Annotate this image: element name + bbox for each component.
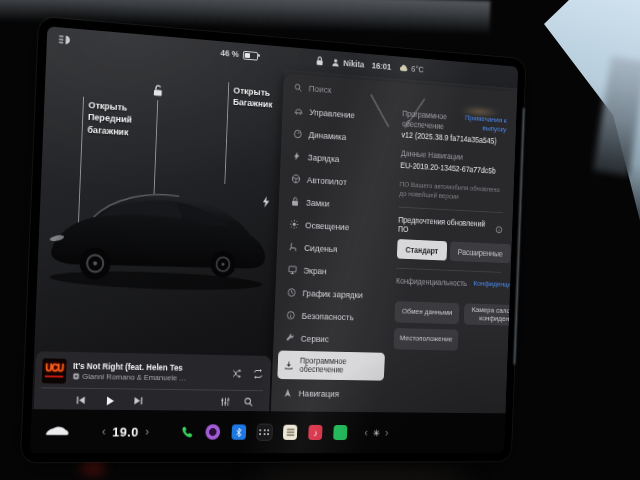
weather: 6°C [399, 63, 424, 74]
download-icon [284, 360, 294, 371]
media-player: UCU It's Not Right (feat. Helen Tes Gian… [34, 351, 271, 411]
track-artist: Gianni Romano & Emanuele … [82, 372, 187, 382]
interior-shadow [250, 460, 470, 480]
battery-percent: 46 % [220, 48, 239, 59]
keypad-app-icon[interactable] [258, 425, 273, 440]
media-search-icon[interactable] [243, 397, 253, 408]
fan-right-chevron[interactable]: › [385, 427, 389, 438]
temp-up-chevron[interactable]: › [145, 426, 149, 438]
display-icon [288, 264, 298, 275]
fan-left-chevron[interactable]: ‹ [364, 427, 368, 438]
cabin-temp[interactable]: 19.0 [112, 424, 139, 439]
music-app-icon[interactable]: ♪ [308, 425, 322, 440]
update-pref-advanced-button[interactable]: Расширенные [449, 242, 511, 264]
cabin-camera-button[interactable]: Камера салона и конфиденц. [464, 303, 518, 326]
podcasts-app-icon[interactable] [206, 424, 221, 439]
data-sharing-button[interactable]: Обмен данными [394, 301, 459, 324]
settings-sidebar: Управление Динамика Зарядка [271, 96, 396, 405]
sun-icon [289, 218, 299, 229]
privacy-section-label: Конфиденциальность [396, 276, 467, 288]
lock-icon[interactable] [316, 56, 324, 66]
software-section-label: Программное обеспечение [402, 109, 458, 133]
lock-icon [290, 196, 300, 207]
wrench-icon [285, 332, 295, 343]
repeat-icon[interactable] [253, 368, 264, 380]
sidebar-item-navigation[interactable]: Навигация [276, 381, 385, 405]
launcher-bar: ‹ 19.0 › [30, 409, 505, 453]
update-pref-standard-button[interactable]: Стандарт [397, 239, 447, 261]
divider [396, 268, 501, 273]
search-placeholder: Поиск [308, 83, 331, 95]
divider [399, 207, 503, 213]
seat-icon [288, 241, 298, 252]
privacy-link[interactable]: Конфиденциальность данных [473, 279, 517, 299]
update-status-note: ПО Вашего автомобиля обновлено до новейш… [399, 180, 504, 204]
software-content: Программное обеспечение Примечания к вып… [385, 105, 517, 407]
steering-wheel-icon [291, 173, 301, 184]
update-pref-label: Предпочтения обновлений ПО [398, 215, 493, 238]
clock-time: 16:01 [372, 61, 392, 72]
play-button[interactable] [104, 395, 116, 407]
headlight-icon[interactable] [58, 34, 73, 45]
info-circle-icon [286, 309, 296, 320]
outside-temp: 6°C [411, 64, 424, 74]
nav-arrow-icon [283, 387, 293, 398]
next-button[interactable] [133, 395, 144, 406]
phone-app-icon[interactable] [180, 425, 194, 440]
gauge-icon [293, 128, 303, 139]
rear-trunk-button[interactable]: Открыть Багажник [233, 85, 273, 111]
sidebar-item-service[interactable]: Сервис [278, 326, 387, 351]
bluetooth-app-icon[interactable] [232, 424, 247, 439]
tesla-ui: 46 % Nikita [30, 26, 518, 453]
previous-button[interactable] [75, 395, 86, 406]
source-icon [73, 373, 80, 380]
app-tray: ♪ [180, 424, 348, 440]
info-icon[interactable] [495, 225, 502, 234]
settings-panel: Поиск Управление Динамика [271, 73, 518, 413]
bolt-icon [292, 150, 302, 161]
fan-control: ‹ ✳ › [364, 427, 388, 438]
equalizer-icon[interactable] [220, 396, 230, 407]
calendar-app-icon[interactable] [283, 425, 298, 440]
sidebar-item-safety[interactable]: Безопасность [279, 303, 388, 329]
front-trunk-button[interactable]: Открыть Передний багажник [87, 99, 132, 138]
touchscreen: 46 % Nikita [21, 17, 526, 463]
screen-bezel: 46 % Nikita [21, 17, 526, 463]
spotify-app-icon[interactable] [333, 425, 347, 440]
driver-name: Nikita [343, 58, 364, 69]
unlock-icon[interactable] [152, 84, 165, 98]
fan-icon[interactable]: ✳ [373, 428, 380, 438]
shuffle-icon[interactable] [232, 368, 243, 380]
car-controls-button[interactable] [44, 425, 70, 437]
release-notes-link[interactable]: Примечания к выпуску [464, 113, 507, 133]
temp-down-chevron[interactable]: ‹ [102, 426, 106, 438]
driver-avatar-icon [331, 57, 340, 67]
search-icon [294, 82, 303, 92]
driver-profile-button[interactable]: Nikita [331, 57, 364, 69]
car-icon [294, 105, 304, 116]
sidebar-item-charge-schedule[interactable]: График зарядки [280, 280, 389, 306]
rear-trunk-leader-line [224, 82, 229, 184]
clock-icon [287, 287, 297, 298]
weather-cloud-icon [399, 64, 408, 72]
album-art[interactable]: UCU [42, 358, 67, 383]
photo-of-tesla-screen: { "status_bar": { "battery_percent": "46… [0, 0, 640, 480]
temperature-control: ‹ 19.0 › [102, 424, 150, 439]
car-image [36, 168, 277, 303]
sidebar-item-software[interactable]: Программное обеспечение [277, 350, 385, 380]
battery-icon [242, 50, 257, 60]
location-button[interactable]: Местоположение [393, 328, 458, 351]
